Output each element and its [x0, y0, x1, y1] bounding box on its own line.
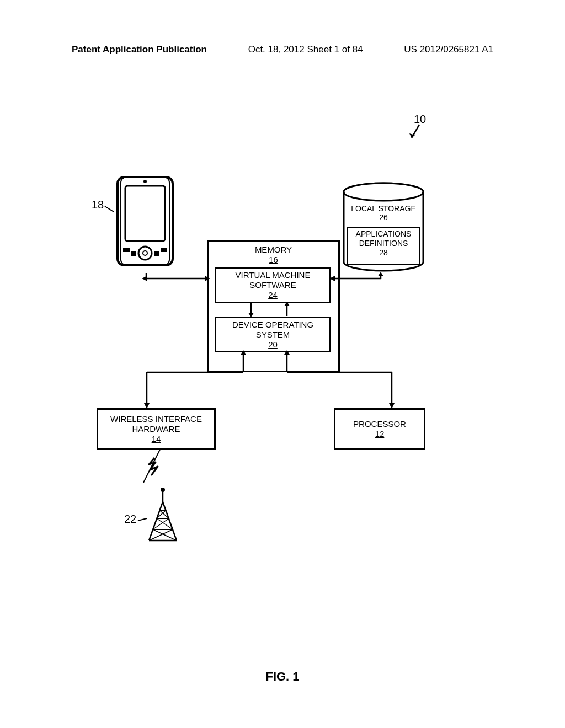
header-left: Patent Application Publication	[72, 44, 207, 55]
os-l1: DEVICE OPERATING	[232, 320, 313, 330]
ref-label-18: 18	[92, 199, 104, 211]
diagram: 10 18 LOCAL STORAGE 26 APP	[0, 55, 565, 662]
svg-point-7	[143, 251, 147, 255]
processor-l1: PROCESSOR	[353, 419, 406, 429]
header-right: US 2012/0265821 A1	[404, 44, 493, 55]
os-l2: SYSTEM	[256, 330, 290, 340]
os-box: DEVICE OPERATING SYSTEM 20	[215, 317, 331, 352]
header-center: Oct. 18, 2012 Sheet 1 of 84	[248, 44, 363, 55]
svg-line-52	[138, 518, 147, 521]
vm-l1: VIRTUAL MACHINE	[236, 270, 311, 280]
svg-marker-35	[389, 403, 395, 409]
processor-num: 12	[375, 429, 385, 439]
wireless-l1: WIRELESS INTERFACE	[110, 414, 202, 424]
svg-marker-24	[329, 276, 335, 281]
memory-title: MEMORY 16	[209, 245, 338, 265]
svg-marker-30	[144, 403, 150, 409]
svg-marker-26	[378, 272, 383, 276]
memory-text: MEMORY	[255, 245, 292, 254]
leader-18	[104, 205, 115, 213]
vm-l2: SOFTWARE	[249, 280, 296, 290]
svg-marker-16	[248, 313, 254, 317]
appdefs-l2: DEFINITIONS	[359, 239, 408, 248]
arrow-vm-os-down	[246, 301, 262, 318]
appdefs-num: 28	[379, 248, 388, 257]
arrow-os-processor	[281, 350, 403, 411]
svg-rect-8	[123, 248, 130, 252]
vm-software-box: VIRTUAL MACHINE SOFTWARE 24	[215, 267, 331, 303]
pda-device-icon	[113, 174, 179, 273]
svg-marker-31	[241, 350, 246, 355]
storage-label: LOCAL STORAGE 26	[342, 204, 425, 222]
arrow-ref-10	[408, 121, 430, 143]
storage-text: LOCAL STORAGE	[351, 204, 415, 213]
arrow-vm-storage	[328, 272, 389, 288]
wireless-l2: HARDWARE	[132, 424, 180, 434]
processor-box: PROCESSOR 12	[334, 408, 425, 450]
storage-num: 26	[379, 213, 388, 222]
svg-point-6	[138, 247, 152, 260]
wireless-signal-icon	[138, 447, 171, 491]
page-header: Patent Application Publication Oct. 18, …	[0, 0, 565, 55]
svg-line-12	[105, 206, 114, 212]
app-definitions-box: APPLICATIONS DEFINITIONS 28	[347, 227, 420, 265]
local-storage-cylinder: LOCAL STORAGE 26 APPLICATIONS DEFINITION…	[342, 182, 425, 273]
svg-rect-5	[125, 186, 165, 241]
arrow-os-vm-up	[281, 301, 298, 318]
svg-rect-11	[161, 248, 167, 252]
memory-num: 16	[269, 255, 278, 264]
svg-marker-18	[284, 302, 290, 306]
wireless-box: WIRELESS INTERFACE HARDWARE 14	[97, 408, 216, 450]
os-num: 20	[268, 340, 278, 350]
figure-caption: FIG. 1	[0, 670, 565, 684]
arrow-os-wireless	[141, 350, 252, 411]
wireless-num: 14	[152, 434, 161, 444]
leader-22	[137, 517, 148, 525]
vm-num: 24	[268, 290, 278, 300]
appdefs-l1: APPLICATIONS	[356, 229, 412, 238]
ref-label-22: 22	[124, 513, 136, 526]
svg-marker-21	[205, 276, 210, 281]
svg-point-14	[344, 183, 423, 201]
svg-marker-36	[284, 350, 290, 355]
svg-point-4	[143, 180, 147, 183]
tower-icon	[143, 485, 182, 546]
svg-rect-9	[131, 251, 136, 256]
arrow-pda-up	[141, 272, 152, 280]
svg-rect-10	[154, 251, 159, 256]
